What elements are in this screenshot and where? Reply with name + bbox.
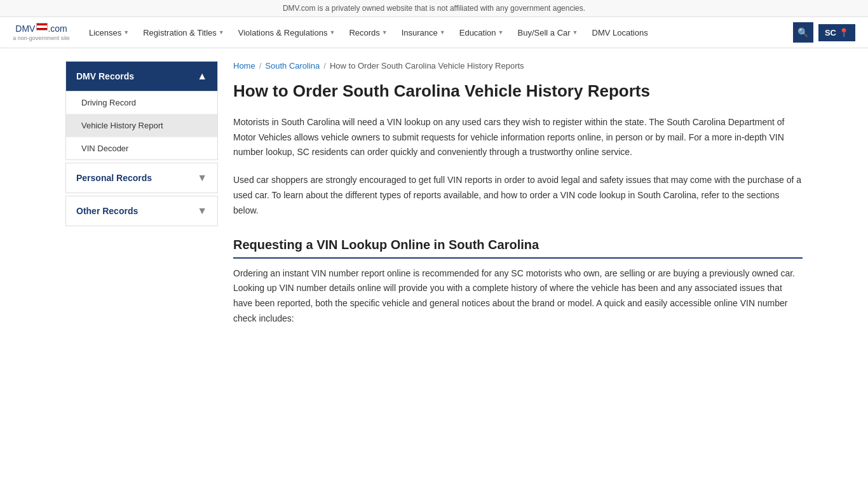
nav-education[interactable]: Education ▼: [453, 23, 510, 43]
sidebar-other-records-header[interactable]: Other Records ▼: [66, 196, 217, 226]
logo-subtitle: a non-government site: [13, 35, 70, 41]
flag-icon: [36, 23, 48, 30]
sidebar-personal-records-header[interactable]: Personal Records ▼: [66, 163, 217, 193]
top-banner: DMV.com is a privately owned website tha…: [0, 0, 868, 17]
nav-dmv-locations[interactable]: DMV Locations: [586, 23, 654, 43]
sidebar-dmv-records-title: DMV Records: [76, 71, 134, 81]
chevron-down-icon: ▼: [123, 29, 129, 36]
nav-insurance[interactable]: Insurance ▼: [395, 23, 452, 43]
section1-title: Requesting a VIN Lookup Online in South …: [233, 238, 803, 259]
pin-icon: 📍: [839, 28, 849, 37]
chevron-up-icon: ▲: [197, 71, 207, 82]
main-content: Home / South Carolina / How to Order Sou…: [233, 61, 803, 327]
intro-paragraph: Motorists in South Carolina will need a …: [233, 115, 803, 160]
nav-registration-titles[interactable]: Registration & Titles ▼: [137, 23, 231, 43]
header-right: 🔍 SC 📍: [793, 22, 855, 43]
breadcrumb: Home / South Carolina / How to Order Sou…: [233, 61, 803, 71]
chevron-down-icon: ▼: [219, 29, 224, 36]
main-container: DMV Records ▲ Driving Record Vehicle His…: [53, 48, 815, 339]
sidebar-section-dmv-records: DMV Records ▲ Driving Record Vehicle His…: [65, 61, 218, 160]
chevron-down-icon: ▼: [440, 29, 445, 36]
chevron-down-icon: ▼: [382, 29, 388, 36]
location-button[interactable]: SC 📍: [818, 24, 855, 41]
header: DMV.com a non-government site Licenses ▼…: [0, 17, 868, 48]
page-title: How to Order South Carolina Vehicle Hist…: [233, 81, 803, 102]
logo[interactable]: DMV.com a non-government site: [13, 24, 70, 41]
nav-records[interactable]: Records ▼: [342, 23, 393, 43]
second-paragraph: Used car shoppers are strongly encourage…: [233, 173, 803, 218]
section1-text: Ordering an instant VIN number report on…: [233, 266, 803, 327]
chevron-down-icon: ▼: [329, 29, 335, 36]
sidebar: DMV Records ▲ Driving Record Vehicle His…: [65, 61, 218, 327]
search-button[interactable]: 🔍: [793, 22, 813, 43]
section-vin-lookup: Requesting a VIN Lookup Online in South …: [233, 238, 803, 327]
sidebar-section-personal-records: Personal Records ▼: [65, 163, 218, 193]
breadcrumb-sep-2: /: [323, 61, 326, 71]
chevron-down-icon: ▼: [197, 172, 207, 184]
sidebar-item-vehicle-history[interactable]: Vehicle History Report: [66, 114, 217, 137]
sidebar-personal-records-title: Personal Records: [76, 173, 152, 183]
main-nav: Licenses ▼ Registration & Titles ▼ Viola…: [83, 23, 793, 43]
sidebar-section-other-records: Other Records ▼: [65, 196, 218, 226]
breadcrumb-current: How to Order South Carolina Vehicle Hist…: [330, 61, 524, 71]
search-icon: 🔍: [797, 27, 808, 37]
breadcrumb-sep-1: /: [259, 61, 262, 71]
banner-text: DMV.com is a privately owned website tha…: [283, 4, 585, 13]
sidebar-item-vin-decoder[interactable]: VIN Decoder: [66, 137, 217, 159]
breadcrumb-home[interactable]: Home: [233, 61, 255, 71]
sidebar-dmv-records-items: Driving Record Vehicle History Report VI…: [66, 91, 217, 159]
chevron-down-icon: ▼: [197, 205, 207, 217]
sidebar-item-driving-record[interactable]: Driving Record: [66, 92, 217, 114]
breadcrumb-state[interactable]: South Carolina: [265, 61, 320, 71]
logo-graphic: DMV.com: [15, 24, 67, 34]
state-label: SC: [825, 28, 836, 37]
chevron-down-icon: ▼: [573, 29, 578, 36]
sidebar-other-records-title: Other Records: [76, 206, 138, 216]
nav-licenses[interactable]: Licenses ▼: [83, 23, 135, 43]
nav-buy-sell[interactable]: Buy/Sell a Car ▼: [511, 23, 584, 43]
nav-violations-regulations[interactable]: Violations & Regulations ▼: [232, 23, 342, 43]
chevron-down-icon: ▼: [498, 29, 504, 36]
sidebar-dmv-records-header[interactable]: DMV Records ▲: [66, 62, 217, 91]
